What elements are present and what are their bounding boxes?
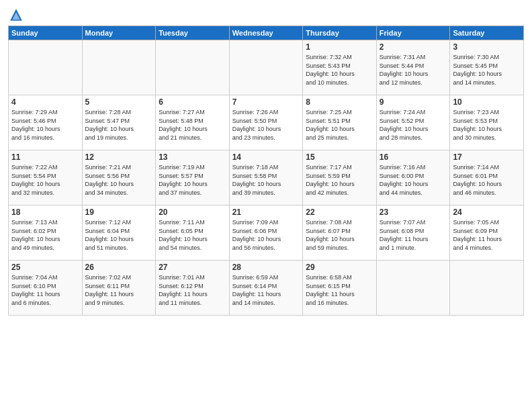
day-info: Sunrise: 7:31 AM Sunset: 5:44 PM Dayligh… [380,53,447,87]
day-number: 25 [11,263,79,272]
day-info: Sunrise: 7:22 AM Sunset: 5:54 PM Dayligh… [11,163,79,197]
day-number: 29 [306,263,373,272]
week-row-4: 25Sunrise: 7:04 AM Sunset: 6:10 PM Dayli… [9,261,524,316]
header-friday: Friday [376,26,450,40]
day-number: 12 [85,152,153,162]
calendar-cell: 12Sunrise: 7:21 AM Sunset: 5:56 PM Dayli… [82,150,156,205]
day-number: 22 [306,208,373,217]
day-number: 27 [159,263,226,272]
calendar-cell: 4Sunrise: 7:29 AM Sunset: 5:46 PM Daylig… [9,95,83,150]
logo-icon [8,7,24,23]
calendar-cell: 11Sunrise: 7:22 AM Sunset: 5:54 PM Dayli… [9,150,83,205]
day-number: 9 [380,97,447,107]
day-info: Sunrise: 7:07 AM Sunset: 6:08 PM Dayligh… [380,218,447,252]
week-row-2: 11Sunrise: 7:22 AM Sunset: 5:54 PM Dayli… [9,150,524,205]
header-wednesday: Wednesday [229,26,303,40]
header-thursday: Thursday [303,26,377,40]
calendar-cell: 18Sunrise: 7:13 AM Sunset: 6:02 PM Dayli… [9,205,83,261]
calendar-cell: 27Sunrise: 7:01 AM Sunset: 6:12 PM Dayli… [156,261,230,316]
day-info: Sunrise: 7:08 AM Sunset: 6:07 PM Dayligh… [306,218,373,252]
day-info: Sunrise: 7:25 AM Sunset: 5:51 PM Dayligh… [306,108,373,142]
day-number: 2 [380,42,447,52]
day-number: 3 [453,42,521,52]
day-info: Sunrise: 7:26 AM Sunset: 5:50 PM Dayligh… [232,108,300,142]
day-number: 5 [85,97,153,107]
day-number: 8 [306,97,373,107]
calendar-cell: 5Sunrise: 7:28 AM Sunset: 5:47 PM Daylig… [82,95,156,150]
calendar-cell: 3Sunrise: 7:30 AM Sunset: 5:45 PM Daylig… [450,40,524,95]
calendar-cell [450,261,524,316]
day-info: Sunrise: 7:21 AM Sunset: 5:56 PM Dayligh… [85,163,153,197]
day-number: 6 [159,97,226,107]
calendar-cell: 29Sunrise: 6:58 AM Sunset: 6:15 PM Dayli… [303,261,377,316]
calendar-cell: 16Sunrise: 7:16 AM Sunset: 6:00 PM Dayli… [376,150,450,205]
day-info: Sunrise: 7:14 AM Sunset: 6:01 PM Dayligh… [453,163,521,197]
calendar-cell: 24Sunrise: 7:05 AM Sunset: 6:09 PM Dayli… [450,205,524,261]
calendar-cell: 8Sunrise: 7:25 AM Sunset: 5:51 PM Daylig… [303,95,377,150]
day-number: 17 [453,152,521,162]
day-info: Sunrise: 7:18 AM Sunset: 5:58 PM Dayligh… [232,163,300,197]
day-number: 21 [232,208,300,217]
calendar-cell: 13Sunrise: 7:19 AM Sunset: 5:57 PM Dayli… [156,150,230,205]
day-number: 4 [11,97,79,107]
calendar-cell: 20Sunrise: 7:11 AM Sunset: 6:05 PM Dayli… [156,205,230,261]
day-info: Sunrise: 7:02 AM Sunset: 6:11 PM Dayligh… [85,273,153,307]
day-info: Sunrise: 7:28 AM Sunset: 5:47 PM Dayligh… [85,108,153,142]
calendar-cell: 23Sunrise: 7:07 AM Sunset: 6:08 PM Dayli… [376,205,450,261]
week-row-3: 18Sunrise: 7:13 AM Sunset: 6:02 PM Dayli… [9,205,524,261]
day-info: Sunrise: 7:29 AM Sunset: 5:46 PM Dayligh… [11,108,79,142]
day-number: 23 [380,208,447,217]
day-info: Sunrise: 7:30 AM Sunset: 5:45 PM Dayligh… [453,53,521,87]
day-info: Sunrise: 6:59 AM Sunset: 6:14 PM Dayligh… [232,273,300,307]
calendar-cell: 26Sunrise: 7:02 AM Sunset: 6:11 PM Dayli… [82,261,156,316]
day-number: 13 [159,152,226,162]
calendar-table: SundayMondayTuesdayWednesdayThursdayFrid… [8,26,524,316]
header-tuesday: Tuesday [156,26,230,40]
day-number: 14 [232,152,300,162]
calendar-cell [229,40,303,95]
day-info: Sunrise: 7:32 AM Sunset: 5:43 PM Dayligh… [306,53,373,87]
calendar-cell: 10Sunrise: 7:23 AM Sunset: 5:53 PM Dayli… [450,95,524,150]
day-number: 16 [380,152,447,162]
day-info: Sunrise: 7:04 AM Sunset: 6:10 PM Dayligh… [11,273,79,307]
day-number: 28 [232,263,300,272]
day-number: 7 [232,97,300,107]
calendar-cell: 6Sunrise: 7:27 AM Sunset: 5:48 PM Daylig… [156,95,230,150]
day-number: 26 [85,263,153,272]
day-number: 19 [85,208,153,217]
day-info: Sunrise: 7:16 AM Sunset: 6:00 PM Dayligh… [380,163,447,197]
calendar-cell: 1Sunrise: 7:32 AM Sunset: 5:43 PM Daylig… [303,40,377,95]
header-sunday: Sunday [9,26,83,40]
day-info: Sunrise: 7:09 AM Sunset: 6:06 PM Dayligh… [232,218,300,252]
calendar-cell: 21Sunrise: 7:09 AM Sunset: 6:06 PM Dayli… [229,205,303,261]
header-monday: Monday [82,26,156,40]
calendar-cell: 9Sunrise: 7:24 AM Sunset: 5:52 PM Daylig… [376,95,450,150]
calendar-cell: 19Sunrise: 7:12 AM Sunset: 6:04 PM Dayli… [82,205,156,261]
header [8,7,524,23]
day-info: Sunrise: 7:19 AM Sunset: 5:57 PM Dayligh… [159,163,226,197]
day-info: Sunrise: 7:23 AM Sunset: 5:53 PM Dayligh… [453,108,521,142]
day-number: 24 [453,208,521,217]
calendar-cell: 25Sunrise: 7:04 AM Sunset: 6:10 PM Dayli… [9,261,83,316]
day-number: 20 [159,208,226,217]
calendar-header-row: SundayMondayTuesdayWednesdayThursdayFrid… [9,26,524,40]
week-row-0: 1Sunrise: 7:32 AM Sunset: 5:43 PM Daylig… [9,40,524,95]
day-info: Sunrise: 7:27 AM Sunset: 5:48 PM Dayligh… [159,108,226,142]
header-saturday: Saturday [450,26,524,40]
day-number: 1 [306,42,373,52]
day-info: Sunrise: 7:01 AM Sunset: 6:12 PM Dayligh… [159,273,226,307]
calendar-cell [9,40,83,95]
calendar-cell [156,40,230,95]
calendar-cell: 22Sunrise: 7:08 AM Sunset: 6:07 PM Dayli… [303,205,377,261]
day-number: 15 [306,152,373,162]
day-number: 11 [11,152,79,162]
calendar-cell: 15Sunrise: 7:17 AM Sunset: 5:59 PM Dayli… [303,150,377,205]
calendar-cell: 28Sunrise: 6:59 AM Sunset: 6:14 PM Dayli… [229,261,303,316]
day-number: 10 [453,97,521,107]
calendar-cell: 17Sunrise: 7:14 AM Sunset: 6:01 PM Dayli… [450,150,524,205]
day-info: Sunrise: 7:17 AM Sunset: 5:59 PM Dayligh… [306,163,373,197]
day-info: Sunrise: 6:58 AM Sunset: 6:15 PM Dayligh… [306,273,373,307]
calendar-cell [376,261,450,316]
calendar-cell: 14Sunrise: 7:18 AM Sunset: 5:58 PM Dayli… [229,150,303,205]
day-info: Sunrise: 7:13 AM Sunset: 6:02 PM Dayligh… [11,218,79,252]
